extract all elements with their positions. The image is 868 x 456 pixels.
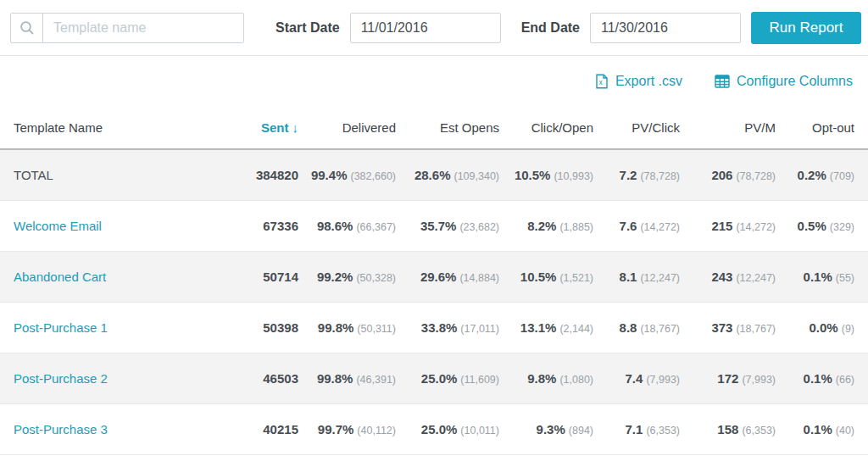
column-header-click-open[interactable]: Click/Open xyxy=(499,103,593,149)
cell-delivered: 99.2%(50,328) xyxy=(298,251,396,302)
cell-click-open: 8.2%(1,885) xyxy=(499,200,593,251)
cell-opt-out: 0.0%(9) xyxy=(776,302,868,353)
table-row: Post-Purchase 3 40215 99.7%(40,112) 25.0… xyxy=(0,403,868,454)
start-date-label: Start Date xyxy=(275,20,340,36)
column-header-pv-click[interactable]: PV/Click xyxy=(593,103,680,149)
export-csv-link[interactable]: x Export .csv xyxy=(595,74,682,89)
run-report-button[interactable]: Run Report xyxy=(751,12,861,44)
cell-est-opens: 29.6%(14,884) xyxy=(396,251,499,302)
column-header-template-name[interactable]: Template Name xyxy=(0,103,183,149)
template-name-link[interactable]: Abandoned Cart xyxy=(14,270,106,284)
template-name-link[interactable]: Welcome Email xyxy=(14,219,102,233)
table-row: TOTAL 384820 99.4%(382,660) 28.6%(109,34… xyxy=(0,149,868,200)
table-actions: x Export .csv Configure Columns xyxy=(0,56,868,103)
cell-pv-m: 243(12,247) xyxy=(680,251,776,302)
cell-pv-click: 7.4(7,993) xyxy=(593,353,680,403)
cell-sent: 46503 xyxy=(183,353,298,403)
cell-opt-out: 0.5%(329) xyxy=(776,200,868,251)
cell-template-name: Post-Purchase 3 xyxy=(0,403,183,454)
cell-click-open: 9.8%(1,080) xyxy=(499,353,593,403)
template-name-link[interactable]: Post-Purchase 3 xyxy=(14,422,108,437)
cell-est-opens: 33.8%(17,011) xyxy=(396,302,499,353)
table-header-row: Template Name Sent↓ Delivered Est Opens … xyxy=(0,103,868,149)
cell-est-opens: 35.7%(23,682) xyxy=(396,200,499,251)
template-search-input[interactable] xyxy=(43,14,243,42)
cell-pv-m: 206(78,728) xyxy=(680,149,776,200)
template-name-link[interactable]: Post-Purchase 1 xyxy=(14,320,108,335)
cell-opt-out: 0.2%(709) xyxy=(776,149,868,200)
configure-columns-label: Configure Columns xyxy=(737,74,853,89)
start-date-input[interactable] xyxy=(350,13,501,43)
search-icon xyxy=(11,14,43,42)
cell-template-name: TOTAL xyxy=(0,149,183,200)
end-date-label: End Date xyxy=(521,20,580,36)
cell-est-opens: 25.0%(11,609) xyxy=(396,353,499,403)
cell-sent: 50714 xyxy=(183,251,298,302)
cell-opt-out: 0.1%(40) xyxy=(776,403,868,454)
cell-template-name: Post-Purchase 1 xyxy=(0,302,183,353)
cell-est-opens: 28.6%(109,340) xyxy=(396,149,499,200)
cell-sent: 67336 xyxy=(183,200,298,251)
svg-text:x: x xyxy=(599,78,604,86)
cell-delivered: 99.7%(40,112) xyxy=(298,403,396,454)
table-row: Welcome Email 67336 98.6%(66,367) 35.7%(… xyxy=(0,200,868,251)
cell-delivered: 99.8%(50,311) xyxy=(298,302,396,353)
cell-click-open: 10.5%(10,993) xyxy=(499,149,593,200)
column-header-pv-m[interactable]: PV/M xyxy=(680,103,776,149)
cell-template-name: Welcome Email xyxy=(0,200,183,251)
cell-sent: 40215 xyxy=(183,403,298,454)
cell-pv-m: 172(7,993) xyxy=(680,353,776,403)
cell-sent: 384820 xyxy=(183,149,298,200)
cell-pv-m: 158(6,353) xyxy=(680,403,776,454)
cell-pv-m: 215(14,272) xyxy=(680,200,776,251)
table-row: Abandoned Cart 50714 99.2%(50,328) 29.6%… xyxy=(0,251,868,302)
cell-delivered: 99.8%(46,391) xyxy=(298,353,396,403)
cell-pv-click: 8.1(12,247) xyxy=(593,251,680,302)
cell-pv-m: 373(18,767) xyxy=(680,302,776,353)
cell-click-open: 10.5%(1,521) xyxy=(499,251,593,302)
cell-template-name: Abandoned Cart xyxy=(0,251,183,302)
cell-opt-out: 0.1%(66) xyxy=(776,353,868,403)
cell-pv-click: 7.1(6,353) xyxy=(593,403,680,454)
cell-template-name: Post-Purchase 2 xyxy=(0,353,183,403)
cell-est-opens: 25.0%(10,011) xyxy=(396,403,499,454)
cell-click-open: 13.1%(2,144) xyxy=(499,302,593,353)
cell-sent: 50398 xyxy=(183,302,298,353)
template-search-box[interactable] xyxy=(10,13,244,43)
report-table: Template Name Sent↓ Delivered Est Opens … xyxy=(0,103,868,455)
table-row: Post-Purchase 1 50398 99.8%(50,311) 33.8… xyxy=(0,302,868,353)
cell-pv-click: 8.8(18,767) xyxy=(593,302,680,353)
cell-click-open: 9.3%(894) xyxy=(499,403,593,454)
column-header-opt-out[interactable]: Opt-out xyxy=(776,103,868,149)
table-row: Post-Purchase 2 46503 99.8%(46,391) 25.0… xyxy=(0,353,868,403)
cell-delivered: 99.4%(382,660) xyxy=(298,149,396,200)
end-date-input[interactable] xyxy=(590,13,741,43)
configure-columns-icon xyxy=(715,75,730,88)
template-name-link[interactable]: Post-Purchase 2 xyxy=(14,371,108,386)
cell-opt-out: 0.1%(55) xyxy=(776,251,868,302)
column-header-sent[interactable]: Sent↓ xyxy=(183,103,298,149)
sort-descending-icon: ↓ xyxy=(292,120,299,135)
report-table-body: TOTAL 384820 99.4%(382,660) 28.6%(109,34… xyxy=(0,149,868,454)
date-range-group: Start Date End Date Run Report xyxy=(255,12,861,44)
template-name-link: TOTAL xyxy=(14,168,53,182)
column-header-est-opens[interactable]: Est Opens xyxy=(396,103,499,149)
configure-columns-link[interactable]: Configure Columns xyxy=(715,74,853,89)
export-csv-label: Export .csv xyxy=(615,74,682,89)
cell-delivered: 98.6%(66,367) xyxy=(298,200,396,251)
cell-pv-click: 7.2(78,728) xyxy=(593,149,680,200)
report-toolbar: Start Date End Date Run Report xyxy=(0,0,868,56)
column-header-delivered[interactable]: Delivered xyxy=(298,103,396,149)
cell-pv-click: 7.6(14,272) xyxy=(593,200,680,251)
export-csv-icon: x xyxy=(595,74,609,89)
